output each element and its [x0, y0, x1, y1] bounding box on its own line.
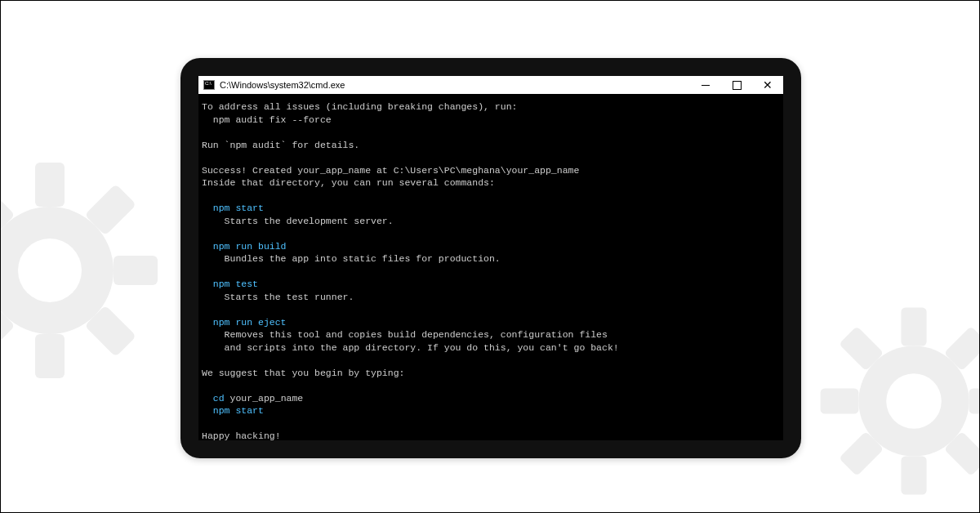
terminal-output[interactable]: To address all issues (including breakin…: [198, 94, 783, 440]
cmd-window: C:\Windows\system32\cmd.exe ✕ To address…: [198, 76, 783, 440]
window-title: C:\Windows\system32\cmd.exe: [220, 80, 690, 90]
minimize-button[interactable]: [690, 76, 721, 94]
svg-rect-0: [35, 163, 65, 207]
terminal-line: npm audit fix --force: [202, 114, 332, 125]
terminal-line: Starts the test runner.: [202, 292, 354, 302]
window-titlebar[interactable]: C:\Windows\system32\cmd.exe ✕: [198, 76, 783, 94]
svg-rect-12: [821, 388, 859, 413]
terminal-line: Bundles the app into static files for pr…: [202, 253, 501, 264]
terminal-command: npm test: [202, 279, 258, 289]
window-controls: ✕: [690, 76, 783, 94]
terminal-line: Run `npm audit` for details.: [202, 140, 359, 150]
terminal-line: Starts the development server.: [202, 216, 394, 226]
terminal-line: Removes this tool and copies build depen…: [202, 329, 608, 340]
terminal-line: To address all issues (including breakin…: [202, 101, 517, 112]
terminal-command: npm run eject: [202, 317, 287, 328]
svg-point-9: [18, 239, 82, 302]
terminal-arg: your_app_name: [230, 393, 304, 404]
terminal-command: npm run build: [202, 241, 287, 252]
svg-rect-11: [901, 457, 926, 495]
terminal-line: We suggest that you begin by typing:: [202, 368, 404, 378]
background-gear-icon: [808, 295, 980, 507]
svg-rect-13: [969, 388, 980, 413]
terminal-command: cd: [202, 393, 230, 404]
terminal-line: Happy hacking!: [202, 430, 281, 440]
tablet-frame: C:\Windows\system32\cmd.exe ✕ To address…: [180, 58, 801, 458]
terminal-line: Success! Created your_app_name at C:\Use…: [202, 165, 579, 176]
terminal-command: npm start: [202, 203, 264, 213]
svg-rect-1: [35, 334, 65, 378]
terminal-command: npm start: [202, 405, 264, 416]
svg-rect-3: [114, 256, 158, 285]
svg-rect-10: [901, 308, 926, 346]
close-button[interactable]: ✕: [752, 76, 783, 94]
background-gear-icon: [0, 148, 172, 393]
cmd-icon: [203, 80, 215, 90]
terminal-line: and scripts into the app directory. If y…: [202, 342, 619, 353]
maximize-button[interactable]: [721, 76, 752, 94]
terminal-line: Inside that directory, you can run sever…: [202, 177, 495, 188]
svg-point-19: [886, 373, 942, 429]
